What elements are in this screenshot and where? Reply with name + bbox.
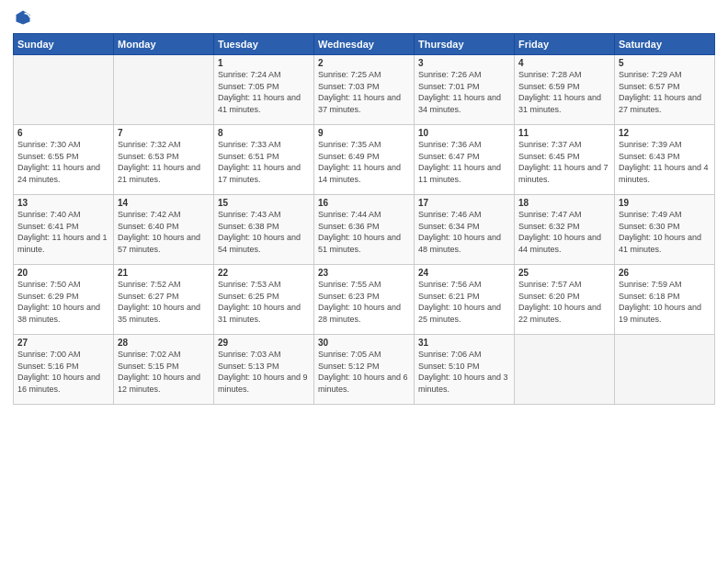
day-number: 4 <box>518 58 610 68</box>
day-cell: 25Sunrise: 7:57 AMSunset: 6:20 PMDayligh… <box>515 265 615 335</box>
week-row-3: 13Sunrise: 7:40 AMSunset: 6:41 PMDayligh… <box>14 195 715 265</box>
day-number: 26 <box>619 268 711 278</box>
day-detail: Sunrise: 7:35 AMSunset: 6:49 PMDaylight:… <box>318 139 410 185</box>
col-header-sunday: Sunday <box>14 34 114 55</box>
day-number: 30 <box>318 338 410 348</box>
day-number: 6 <box>17 128 109 138</box>
day-detail: Sunrise: 7:55 AMSunset: 6:23 PMDaylight:… <box>318 279 410 325</box>
day-detail: Sunrise: 7:40 AMSunset: 6:41 PMDaylight:… <box>17 209 109 255</box>
day-number: 31 <box>418 338 510 348</box>
day-detail: Sunrise: 7:29 AMSunset: 6:57 PMDaylight:… <box>619 69 711 115</box>
day-cell: 7Sunrise: 7:32 AMSunset: 6:53 PMDaylight… <box>114 125 214 195</box>
day-detail: Sunrise: 7:53 AMSunset: 6:25 PMDaylight:… <box>218 279 310 325</box>
day-cell <box>615 335 715 405</box>
day-detail: Sunrise: 7:50 AMSunset: 6:29 PMDaylight:… <box>17 279 109 325</box>
day-cell: 2Sunrise: 7:25 AMSunset: 7:03 PMDaylight… <box>314 55 415 125</box>
day-number: 9 <box>318 128 410 138</box>
day-detail: Sunrise: 7:00 AMSunset: 5:16 PMDaylight:… <box>17 349 109 395</box>
day-cell: 24Sunrise: 7:56 AMSunset: 6:21 PMDayligh… <box>415 265 515 335</box>
day-detail: Sunrise: 7:33 AMSunset: 6:51 PMDaylight:… <box>218 139 310 185</box>
col-header-saturday: Saturday <box>615 34 715 55</box>
day-detail: Sunrise: 7:36 AMSunset: 6:47 PMDaylight:… <box>418 139 510 185</box>
day-cell: 12Sunrise: 7:39 AMSunset: 6:43 PMDayligh… <box>615 125 715 195</box>
day-detail: Sunrise: 7:43 AMSunset: 6:38 PMDaylight:… <box>218 209 310 255</box>
day-detail: Sunrise: 7:44 AMSunset: 6:36 PMDaylight:… <box>318 209 410 255</box>
day-number: 27 <box>17 338 109 348</box>
day-cell: 10Sunrise: 7:36 AMSunset: 6:47 PMDayligh… <box>415 125 515 195</box>
header-row: SundayMondayTuesdayWednesdayThursdayFrid… <box>14 34 715 55</box>
day-cell: 26Sunrise: 7:59 AMSunset: 6:18 PMDayligh… <box>615 265 715 335</box>
col-header-wednesday: Wednesday <box>314 34 415 55</box>
day-cell: 15Sunrise: 7:43 AMSunset: 6:38 PMDayligh… <box>214 195 314 265</box>
day-number: 24 <box>418 268 510 278</box>
day-cell: 11Sunrise: 7:37 AMSunset: 6:45 PMDayligh… <box>515 125 615 195</box>
day-detail: Sunrise: 7:32 AMSunset: 6:53 PMDaylight:… <box>118 139 210 185</box>
day-cell: 3Sunrise: 7:26 AMSunset: 7:01 PMDaylight… <box>415 55 515 125</box>
day-number: 22 <box>218 268 310 278</box>
day-number: 29 <box>218 338 310 348</box>
day-detail: Sunrise: 7:57 AMSunset: 6:20 PMDaylight:… <box>518 279 610 325</box>
calendar-table: SundayMondayTuesdayWednesdayThursdayFrid… <box>13 33 715 405</box>
day-number: 25 <box>518 268 610 278</box>
day-detail: Sunrise: 7:28 AMSunset: 6:59 PMDaylight:… <box>518 69 610 115</box>
day-number: 2 <box>318 58 410 68</box>
day-number: 15 <box>218 198 310 208</box>
day-number: 18 <box>518 198 610 208</box>
day-detail: Sunrise: 7:47 AMSunset: 6:32 PMDaylight:… <box>518 209 610 255</box>
header <box>13 9 715 26</box>
day-detail: Sunrise: 7:05 AMSunset: 5:12 PMDaylight:… <box>318 349 410 395</box>
day-number: 7 <box>118 128 210 138</box>
col-header-friday: Friday <box>515 34 615 55</box>
day-number: 19 <box>619 198 711 208</box>
week-row-5: 27Sunrise: 7:00 AMSunset: 5:16 PMDayligh… <box>14 335 715 405</box>
day-cell: 29Sunrise: 7:03 AMSunset: 5:13 PMDayligh… <box>214 335 314 405</box>
day-detail: Sunrise: 7:56 AMSunset: 6:21 PMDaylight:… <box>418 279 510 325</box>
day-cell: 8Sunrise: 7:33 AMSunset: 6:51 PMDaylight… <box>214 125 314 195</box>
day-detail: Sunrise: 7:46 AMSunset: 6:34 PMDaylight:… <box>418 209 510 255</box>
day-cell <box>114 55 214 125</box>
day-cell: 18Sunrise: 7:47 AMSunset: 6:32 PMDayligh… <box>515 195 615 265</box>
day-cell <box>14 55 114 125</box>
calendar-page: SundayMondayTuesdayWednesdayThursdayFrid… <box>0 0 728 414</box>
day-number: 20 <box>17 268 109 278</box>
day-number: 1 <box>218 58 310 68</box>
day-number: 8 <box>218 128 310 138</box>
day-detail: Sunrise: 7:49 AMSunset: 6:30 PMDaylight:… <box>619 209 711 255</box>
day-cell: 28Sunrise: 7:02 AMSunset: 5:15 PMDayligh… <box>114 335 214 405</box>
day-number: 23 <box>318 268 410 278</box>
day-cell: 9Sunrise: 7:35 AMSunset: 6:49 PMDaylight… <box>314 125 415 195</box>
day-number: 17 <box>418 198 510 208</box>
day-cell <box>515 335 615 405</box>
day-cell: 23Sunrise: 7:55 AMSunset: 6:23 PMDayligh… <box>314 265 415 335</box>
col-header-thursday: Thursday <box>415 34 515 55</box>
day-number: 21 <box>118 268 210 278</box>
day-number: 10 <box>418 128 510 138</box>
day-cell: 27Sunrise: 7:00 AMSunset: 5:16 PMDayligh… <box>14 335 114 405</box>
day-cell: 21Sunrise: 7:52 AMSunset: 6:27 PMDayligh… <box>114 265 214 335</box>
day-number: 16 <box>318 198 410 208</box>
day-cell: 1Sunrise: 7:24 AMSunset: 7:05 PMDaylight… <box>214 55 314 125</box>
day-detail: Sunrise: 7:03 AMSunset: 5:13 PMDaylight:… <box>218 349 310 395</box>
day-number: 11 <box>518 128 610 138</box>
logo-icon <box>15 9 31 26</box>
day-cell: 19Sunrise: 7:49 AMSunset: 6:30 PMDayligh… <box>615 195 715 265</box>
day-number: 13 <box>17 198 109 208</box>
day-number: 28 <box>118 338 210 348</box>
day-detail: Sunrise: 7:42 AMSunset: 6:40 PMDaylight:… <box>118 209 210 255</box>
col-header-tuesday: Tuesday <box>214 34 314 55</box>
day-cell: 17Sunrise: 7:46 AMSunset: 6:34 PMDayligh… <box>415 195 515 265</box>
logo <box>13 9 31 26</box>
day-detail: Sunrise: 7:26 AMSunset: 7:01 PMDaylight:… <box>418 69 510 115</box>
day-detail: Sunrise: 7:52 AMSunset: 6:27 PMDaylight:… <box>118 279 210 325</box>
day-cell: 30Sunrise: 7:05 AMSunset: 5:12 PMDayligh… <box>314 335 415 405</box>
day-detail: Sunrise: 7:30 AMSunset: 6:55 PMDaylight:… <box>17 139 109 185</box>
day-cell: 14Sunrise: 7:42 AMSunset: 6:40 PMDayligh… <box>114 195 214 265</box>
week-row-4: 20Sunrise: 7:50 AMSunset: 6:29 PMDayligh… <box>14 265 715 335</box>
day-detail: Sunrise: 7:59 AMSunset: 6:18 PMDaylight:… <box>619 279 711 325</box>
day-detail: Sunrise: 7:25 AMSunset: 7:03 PMDaylight:… <box>318 69 410 115</box>
day-cell: 5Sunrise: 7:29 AMSunset: 6:57 PMDaylight… <box>615 55 715 125</box>
day-detail: Sunrise: 7:37 AMSunset: 6:45 PMDaylight:… <box>518 139 610 185</box>
day-detail: Sunrise: 7:39 AMSunset: 6:43 PMDaylight:… <box>619 139 711 185</box>
day-cell: 20Sunrise: 7:50 AMSunset: 6:29 PMDayligh… <box>14 265 114 335</box>
col-header-monday: Monday <box>114 34 214 55</box>
